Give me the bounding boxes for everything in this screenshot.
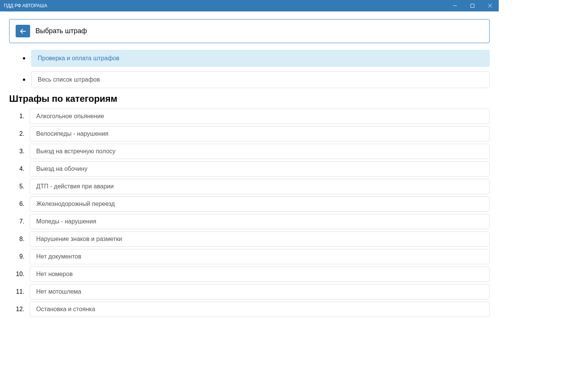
category-item[interactable]: Нет мотошлема [30, 284, 490, 299]
category-row: 2.Велосипеды - нарушения [13, 126, 490, 141]
top-link-all-fines-list[interactable]: Весь список штрафов [31, 71, 490, 88]
maximize-button[interactable] [464, 0, 481, 11]
category-item[interactable]: Выезд на обочину [30, 161, 490, 177]
category-row: 11.Нет мотошлема [13, 284, 490, 299]
category-label: Велосипеды - нарушения [36, 130, 108, 137]
category-number: 4. [13, 165, 24, 172]
category-item[interactable]: Нет документов [30, 249, 490, 264]
bullet-icon [23, 57, 25, 59]
category-row: 1.Алкогольное опьянение [13, 109, 490, 124]
category-number: 3. [13, 148, 24, 155]
back-button[interactable] [16, 25, 30, 37]
category-number: 9. [13, 253, 24, 260]
category-item[interactable]: Велосипеды - нарушения [30, 126, 490, 141]
category-row: 6.Железнодорожный переезд [13, 196, 490, 212]
top-link-check-pay-fines[interactable]: Проверка и оплата штрафов [31, 50, 490, 67]
category-row: 3.Выезд на встречную полосу [13, 144, 490, 159]
close-icon [488, 4, 492, 8]
category-number: 7. [13, 218, 24, 225]
content-area: Выбрать штраф Проверка и оплата штрафов … [0, 11, 499, 317]
category-label: Нет номеров [36, 271, 73, 277]
category-number: 1. [13, 113, 24, 120]
category-label: Нет мотошлема [36, 288, 81, 295]
top-link-label: Весь список штрафов [38, 76, 100, 83]
category-item[interactable]: Алкогольное опьянение [30, 109, 490, 124]
category-item[interactable]: Мопеды - нарушения [30, 214, 490, 229]
category-number: 10. [13, 271, 24, 278]
top-links-list: Проверка и оплата штрафов Весь список шт… [23, 50, 490, 88]
top-link-label: Проверка и оплата штрафов [38, 55, 119, 61]
category-label: Железнодорожный переезд [36, 201, 115, 207]
category-label: Мопеды - нарушения [36, 218, 96, 225]
category-label: Остановка и стоянка [36, 306, 95, 312]
category-item[interactable]: Железнодорожный переезд [30, 196, 490, 212]
category-row: 10.Нет номеров [13, 267, 490, 282]
category-item[interactable]: Остановка и стоянка [30, 302, 490, 317]
minimize-icon [453, 4, 457, 8]
category-label: Выезд на встречную полосу [36, 148, 116, 154]
close-button[interactable] [481, 0, 499, 11]
category-number: 12. [13, 306, 24, 313]
category-row: 8.Нарушение знаков и разметки [13, 231, 490, 247]
maximize-icon [471, 4, 474, 8]
category-row: 4.Выезд на обочину [13, 161, 490, 177]
top-link-row: Проверка и оплата штрафов [23, 50, 490, 67]
categories-list: 1.Алкогольное опьянение2.Велосипеды - на… [13, 109, 490, 317]
header-panel: Выбрать штраф [9, 19, 490, 43]
category-number: 8. [13, 236, 24, 243]
category-number: 11. [13, 288, 24, 295]
titlebar: ПДД РФ АВТОРАША [0, 0, 499, 11]
minimize-button[interactable] [446, 0, 464, 11]
category-item[interactable]: Нет номеров [30, 267, 490, 282]
category-number: 5. [13, 183, 24, 190]
page-title: Выбрать штраф [35, 27, 87, 35]
category-row: 5.ДТП - действия при аварии [13, 179, 490, 194]
bullet-icon [23, 79, 25, 81]
category-item[interactable]: Выезд на встречную полосу [30, 144, 490, 159]
category-item[interactable]: ДТП - действия при аварии [30, 179, 490, 194]
section-title: Штрафы по категориям [9, 93, 490, 104]
top-link-row: Весь список штрафов [23, 71, 490, 88]
category-number: 2. [13, 130, 24, 137]
category-label: Алкогольное опьянение [36, 113, 104, 119]
category-label: Выезд на обочину [36, 165, 87, 172]
window-title: ПДД РФ АВТОРАША [4, 3, 47, 8]
arrow-left-icon [19, 27, 27, 35]
category-label: Нарушение знаков и разметки [36, 236, 122, 242]
category-row: 12.Остановка и стоянка [13, 302, 490, 317]
category-row: 9.Нет документов [13, 249, 490, 264]
category-label: Нет документов [36, 253, 81, 260]
category-number: 6. [13, 201, 24, 207]
category-item[interactable]: Нарушение знаков и разметки [30, 231, 490, 247]
svg-rect-1 [471, 4, 474, 8]
category-row: 7.Мопеды - нарушения [13, 214, 490, 229]
window-controls [446, 0, 499, 11]
category-label: ДТП - действия при аварии [36, 183, 114, 190]
